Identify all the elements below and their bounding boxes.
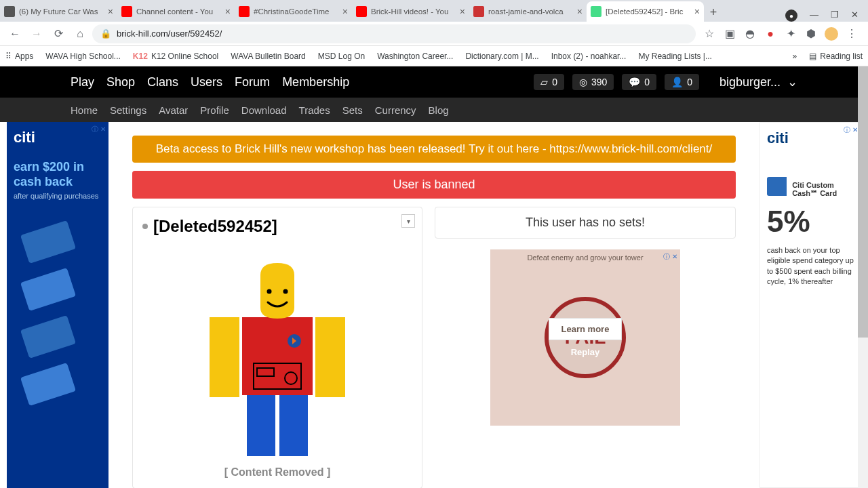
citi-logo: citi [767,129,854,147]
bookmark-item[interactable]: WAVA Bulletin Board [231,52,306,61]
scrollbar-vertical[interactable] [858,66,868,488]
bookmark-item[interactable]: Washington Career... [377,52,453,61]
bookmark-item[interactable]: My Reading Lists |... [638,52,712,61]
nav-membership[interactable]: Membership [282,75,349,89]
profile-dropdown-toggle[interactable]: ▾ [401,214,415,228]
back-button[interactable]: ← [5,24,24,43]
scrollbar-thumb[interactable] [858,66,868,338]
window-controls: ● — ❐ ✕ [776,9,868,22]
tab-close-icon[interactable]: × [577,6,583,17]
bookmark-item[interactable]: MSD Log On [318,52,365,61]
tab-close-icon[interactable]: × [694,6,700,17]
svg-rect-11 [315,385,345,397]
profile-avatar-icon[interactable] [825,27,838,41]
nav-forum[interactable]: Forum [235,75,270,89]
ad-right-skyscraper[interactable]: ⓘ ✕ citi Citi Custom Cash℠ Card 5% cash … [760,122,861,488]
bookmark-item[interactable]: Dictionary.com | M... [465,52,538,61]
no-sets-label: This user has no sets! [526,216,645,229]
nav-users[interactable]: Users [191,75,222,89]
maximize-icon[interactable]: ❐ [831,9,839,22]
tab-favicon [591,6,601,17]
reading-list-button[interactable]: ▤Reading list [809,52,863,61]
omnibox-url: brick-hill.com/user/592452/ [117,28,222,39]
tab-title: (6) My Future Car Was [19,7,105,16]
bookmark-item[interactable]: WAVA High School... [45,52,121,61]
subnav-avatar[interactable]: Avatar [159,104,188,116]
beta-banner[interactable]: Beta access to Brick Hill's new workshop… [132,136,736,163]
stat-bucks[interactable]: ▱0 [534,74,564,90]
lock-icon: 🔒 [100,28,111,39]
reload-button[interactable]: ⟳ [49,24,68,43]
subnav-download[interactable]: Download [241,104,287,116]
subnav-home[interactable]: Home [71,104,98,116]
username-dropdown[interactable]: bigburger... ⌄ [719,75,797,89]
svg-rect-1 [20,268,76,311]
svg-rect-6 [279,392,308,456]
home-button[interactable]: ⌂ [71,24,90,43]
ad-learn-more-button[interactable]: Learn more [549,318,623,340]
close-window-icon[interactable]: ✕ [851,9,859,22]
svg-rect-3 [20,363,76,406]
browser-tab[interactable]: roast-jamie-and-volca × [469,1,587,22]
svg-rect-7 [242,317,313,395]
svg-point-16 [267,289,272,294]
svg-rect-10 [210,385,239,397]
bucks-icon: ▱ [540,77,548,87]
ad-right-title: Citi Custom Cash℠ Card [792,181,854,198]
star-icon[interactable]: ☆ [703,27,716,41]
tab-close-icon[interactable]: × [460,6,465,17]
stat-friends[interactable]: 👤0 [665,74,699,90]
menu-icon[interactable]: ⋮ [845,27,859,41]
ad-left-skyscraper[interactable]: ⓘ ✕ citi earn $200 in cash back after qu… [7,122,108,488]
svg-rect-9 [315,317,345,392]
svg-rect-0 [20,220,76,264]
tab-close-icon[interactable]: × [342,6,348,17]
subnav-profile[interactable]: Profile [200,104,229,116]
friends-icon: 👤 [671,77,683,87]
tab-close-icon[interactable]: × [108,6,113,17]
browser-tab[interactable]: Brick-Hill videos! - You × [352,1,469,22]
subnav-trades[interactable]: Trades [299,104,330,116]
tab-favicon [239,6,250,17]
card-graphic [767,177,787,196]
avatar-svg [189,243,366,460]
account-icon[interactable]: ● [785,9,797,22]
browser-tab[interactable]: (6) My Future Car Was × [0,1,117,22]
stat-messages[interactable]: 💬0 [622,74,656,90]
bookmark-apps[interactable]: ⠿Apps [5,52,33,61]
pip-icon[interactable]: ▣ [723,27,736,41]
subnav-blog[interactable]: Blog [429,104,449,116]
username-label: bigburger... [719,75,781,89]
ext1-icon[interactable]: ◓ [743,27,757,41]
avatar-display [142,243,412,460]
browser-tab-active[interactable]: [Deleted592452] - Bric × [587,1,704,22]
ad-info-icon[interactable]: ⓘ ✕ [92,125,106,134]
subnav-currency[interactable]: Currency [375,104,416,116]
nav-play[interactable]: Play [71,75,94,89]
tab-close-icon[interactable]: × [225,6,231,17]
ext2-icon[interactable]: ⬢ [804,27,818,41]
ad-info-icon[interactable]: ⓘ ✕ [844,125,858,135]
bookmark-item[interactable]: Inbox (2) - noahkar... [551,52,627,61]
nav-clans[interactable]: Clans [147,75,178,89]
omnibox[interactable]: 🔒 brick-hill.com/user/592452/ [92,24,696,43]
bookmark-overflow-icon[interactable]: » [793,52,797,61]
browser-tab[interactable]: #ChristinaGoodeTime × [235,1,352,22]
extensions-icon[interactable]: ✦ [784,27,797,41]
bookmark-item[interactable]: K12K12 Online School [133,52,218,61]
tab-favicon [121,6,132,17]
subnav-sets[interactable]: Sets [342,104,363,116]
subnav-settings[interactable]: Settings [110,104,146,116]
stat-bits[interactable]: ◎390 [572,74,614,90]
ad-right-pct: 5% [767,205,854,239]
ad-inline-game[interactable]: ⓘ ✕ Defeat enemy and grow your tower FAI… [490,249,680,426]
svg-point-17 [283,289,288,294]
record-icon[interactable]: ● [764,27,777,41]
minimize-icon[interactable]: — [810,9,818,22]
apps-icon: ⠿ [5,52,12,61]
ad-info-icon[interactable]: ⓘ ✕ [663,252,677,262]
nav-shop[interactable]: Shop [106,75,135,89]
browser-tab[interactable]: Channel content - You × [117,1,235,22]
new-tab-button[interactable]: + [704,3,723,22]
ad-replay-button[interactable]: Replay [571,347,600,357]
